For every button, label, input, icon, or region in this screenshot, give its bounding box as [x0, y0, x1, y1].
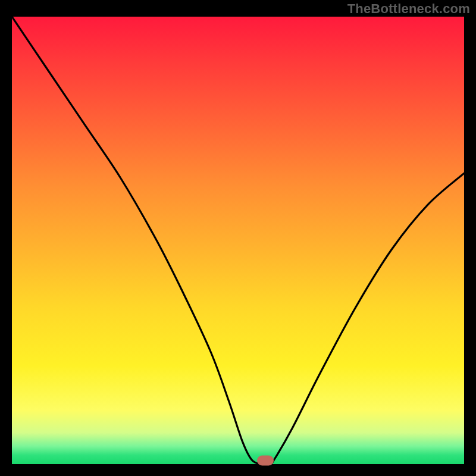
- watermark-text: TheBottleneck.com: [347, 1, 470, 17]
- chart-frame: TheBottleneck.com: [0, 0, 476, 476]
- optimal-marker: [257, 456, 274, 466]
- plot-area: [12, 17, 464, 464]
- bottleneck-curve: [12, 17, 464, 464]
